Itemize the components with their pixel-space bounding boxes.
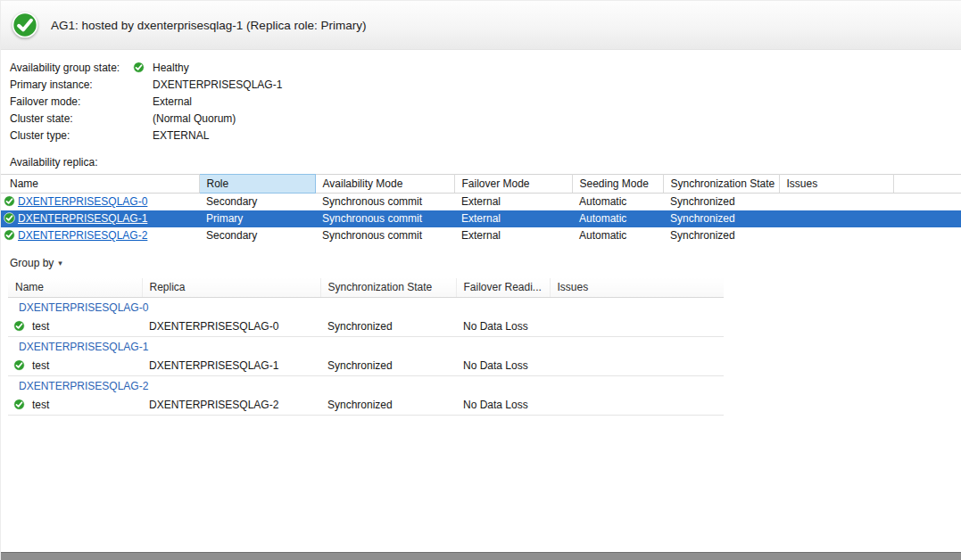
summary-icon-slot [133,62,153,73]
replica-filler-cell [893,227,961,244]
summary-label: Primary instance: [10,78,133,91]
dashboard-title: AG1: hosted by dxenterprisesqlag-1 (Repl… [51,19,366,32]
database-row[interactable]: test DXENTERPRISESQLAG-2 Synchronized No… [8,396,724,416]
replica-issues-cell [779,210,893,227]
database-issues-cell [550,317,724,337]
database-group-cell: DXENTERPRISESQLAG-0 [8,298,724,317]
replica-synchronization-state-cell: Synchronized [663,194,779,210]
database-synchronization-state-cell: Synchronized [320,357,456,376]
column-header-failover-mode[interactable]: Failover Mode [454,175,572,194]
summary-icon-slot [133,112,153,124]
summary-row: Cluster state: (Normal Quorum) [10,110,961,127]
database-synchronization-state-cell: Synchronized [320,396,456,416]
replica-table: Name Role Availability Mode Failover Mod… [1,174,961,244]
summary-value: DXENTERPRISESQLAG-1 [153,78,282,91]
database-group-link[interactable]: DXENTERPRISESQLAG-1 [19,341,148,353]
summary-value: External [153,95,192,108]
summary-label: Failover mode: [10,95,133,108]
database-replica-cell: DXENTERPRISESQLAG-1 [142,357,320,376]
database-name: test [32,399,49,411]
summary-value: EXTERNAL [153,129,209,142]
databases-table: Name Replica Synchronization State Failo… [8,278,724,416]
summary-value: Healthy [153,62,189,74]
database-row[interactable]: test DXENTERPRISESQLAG-0 Synchronized No… [8,317,724,337]
database-name: test [32,359,49,372]
summary-panel: Availability group state: Healthy Primar… [1,50,961,144]
database-replica-cell: DXENTERPRISESQLAG-2 [142,396,320,416]
summary-icon-slot [133,78,153,90]
database-issues-cell [550,357,724,376]
healthy-check-icon [13,399,25,410]
column-header-seeding-mode[interactable]: Seeding Mode [572,175,663,194]
replica-issues-cell [779,227,893,244]
database-group-row[interactable]: DXENTERPRISESQLAG-2 [8,376,724,396]
databases-table-header: Name Replica Synchronization State Failo… [8,278,724,298]
database-row[interactable]: test DXENTERPRISESQLAG-1 Synchronized No… [8,357,724,376]
column-header-synchronization-state[interactable]: Synchronization State [663,175,779,194]
db-column-header-failover-readiness[interactable]: Failover Readi... [456,278,550,298]
summary-label: Cluster type: [10,129,133,142]
db-column-header-replica[interactable]: Replica [142,278,320,298]
replica-seeding-mode-cell: Automatic [572,194,663,210]
healthy-check-icon [133,62,145,73]
replica-row[interactable]: DXENTERPRISESQLAG-2 Secondary Synchronou… [1,227,961,244]
replica-role-cell: Primary [199,210,315,227]
db-column-header-issues[interactable]: Issues [550,278,724,298]
summary-label: Availability group state: [10,62,133,74]
database-group-row[interactable]: DXENTERPRISESQLAG-0 [8,298,724,317]
replica-name-cell: DXENTERPRISESQLAG-2 [1,227,199,244]
replica-name-link[interactable]: DXENTERPRISESQLAG-1 [18,212,147,225]
group-by-label: Group by [10,257,54,269]
replica-failover-mode-cell: External [454,227,572,244]
database-replica-cell: DXENTERPRISESQLAG-0 [142,317,320,337]
databases-table-body: DXENTERPRISESQLAG-0 test DXENTERPRISESQL… [8,298,724,416]
replica-availability-mode-cell: Synchronous commit [315,227,454,244]
db-column-header-synchronization-state[interactable]: Synchronization State [320,278,456,298]
window-bottom-edge [1,552,961,560]
chevron-down-icon: ▾ [58,259,62,268]
replica-name-link[interactable]: DXENTERPRISESQLAG-0 [18,195,147,208]
replica-name-cell: DXENTERPRISESQLAG-1 [1,210,199,227]
database-name: test [32,320,49,333]
replica-row[interactable]: DXENTERPRISESQLAG-0 Secondary Synchronou… [1,194,961,210]
healthy-check-icon [4,229,15,241]
database-group-cell: DXENTERPRISESQLAG-2 [8,376,724,396]
database-group-row[interactable]: DXENTERPRISESQLAG-1 [8,337,724,357]
group-by-dropdown[interactable]: Group by ▾ [10,257,62,269]
replica-role-cell: Secondary [199,194,315,210]
replica-row[interactable]: DXENTERPRISESQLAG-1 Primary Synchronous … [1,210,961,227]
replica-filler-cell [893,194,961,210]
availability-group-dashboard: AG1: hosted by dxenterprisesqlag-1 (Repl… [0,0,961,560]
db-column-header-name[interactable]: Name [8,278,142,298]
replica-name-link[interactable]: DXENTERPRISESQLAG-2 [18,229,147,242]
database-issues-cell [550,396,724,416]
summary-icon-slot [133,129,153,141]
database-name-cell: test [8,317,142,337]
summary-row: Primary instance: DXENTERPRISESQLAG-1 [10,76,961,93]
column-header-availability-mode[interactable]: Availability Mode [315,175,454,194]
replica-table-body: DXENTERPRISESQLAG-0 Secondary Synchronou… [1,194,961,244]
summary-icon-slot [133,95,153,107]
database-synchronization-state-cell: Synchronized [320,317,456,337]
replica-synchronization-state-cell: Synchronized [663,210,779,227]
replica-seeding-mode-cell: Automatic [572,210,663,227]
database-failover-readiness-cell: No Data Loss [456,357,550,376]
database-name-cell: test [8,396,142,416]
column-header-filler [893,175,961,194]
column-header-issues[interactable]: Issues [779,175,893,194]
replica-role-cell: Secondary [199,227,315,244]
replica-failover-mode-cell: External [454,210,572,227]
database-group-link[interactable]: DXENTERPRISESQLAG-2 [19,380,148,392]
column-header-role[interactable]: Role [199,175,315,194]
column-header-name[interactable]: Name [1,175,199,194]
replica-seeding-mode-cell: Automatic [572,227,663,244]
availability-replica-label: Availability replica: [10,156,961,169]
healthy-check-icon [4,195,15,207]
database-group-link[interactable]: DXENTERPRISESQLAG-0 [19,301,148,314]
healthy-check-icon [13,320,25,332]
healthy-status-icon [12,12,38,38]
summary-row: Availability group state: Healthy [10,59,961,76]
replica-synchronization-state-cell: Synchronized [663,227,779,244]
replica-name-cell: DXENTERPRISESQLAG-0 [1,194,199,210]
replica-availability-mode-cell: Synchronous commit [315,194,454,210]
